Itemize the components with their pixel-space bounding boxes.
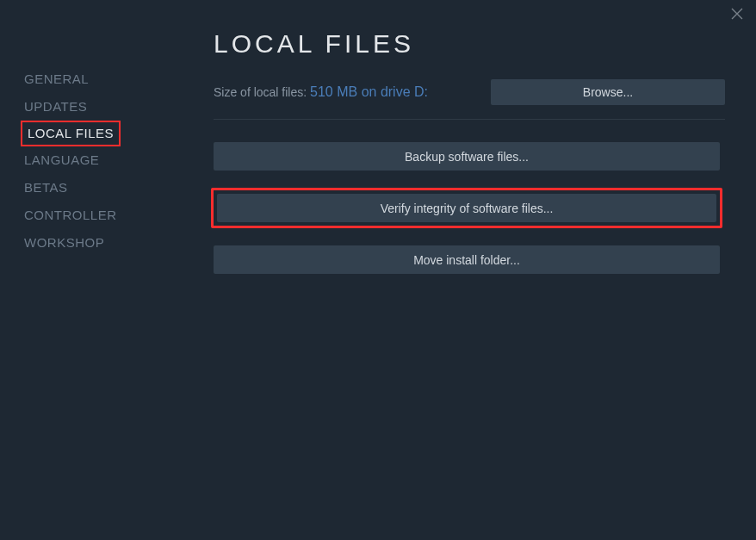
size-row: Size of local files: 510 MB on drive D: … xyxy=(214,79,725,105)
divider xyxy=(214,119,725,120)
sidebar-item-workshop[interactable]: WORKSHOP xyxy=(21,229,108,257)
size-value[interactable]: 510 MB on drive D: xyxy=(310,84,428,99)
verify-button[interactable]: Verify integrity of software files... xyxy=(217,194,716,222)
sidebar-item-controller[interactable]: CONTROLLER xyxy=(21,202,121,229)
sidebar-item-updates[interactable]: UPDATES xyxy=(21,93,90,121)
sidebar-item-local-files[interactable]: LOCAL FILES xyxy=(21,121,121,146)
size-label: Size of local files: xyxy=(214,85,310,99)
sidebar: GENERAL UPDATES LOCAL FILES LANGUAGE BET… xyxy=(0,65,172,257)
sidebar-item-language[interactable]: LANGUAGE xyxy=(21,146,102,174)
browse-button[interactable]: Browse... xyxy=(491,79,725,105)
sidebar-item-general[interactable]: GENERAL xyxy=(21,65,92,93)
sidebar-item-betas[interactable]: BETAS xyxy=(21,174,71,202)
page-title: LOCAL FILES xyxy=(214,29,725,59)
main-panel: LOCAL FILES Size of local files: 510 MB … xyxy=(214,29,725,291)
move-button[interactable]: Move install folder... xyxy=(214,245,720,274)
backup-button[interactable]: Backup software files... xyxy=(214,142,720,171)
verify-highlight: Verify integrity of software files... xyxy=(211,188,722,228)
close-icon[interactable] xyxy=(730,7,744,21)
